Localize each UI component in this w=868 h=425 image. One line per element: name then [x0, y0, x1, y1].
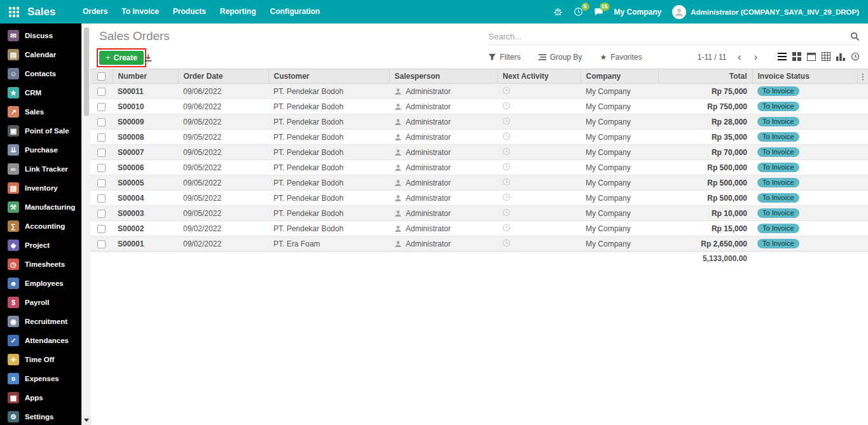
search-icon[interactable]: [850, 32, 860, 41]
next-activity-clock-icon[interactable]: [502, 163, 511, 171]
sidebar-item-employees[interactable]: ☻Employees: [0, 274, 81, 293]
next-activity-clock-icon[interactable]: [502, 239, 511, 247]
activity-clock-icon[interactable]: 5: [574, 7, 583, 17]
scroll-down-button[interactable]: [82, 415, 91, 425]
next-activity-clock-icon[interactable]: [502, 86, 511, 95]
topbar-menu-configuration[interactable]: Configuration: [263, 0, 327, 24]
sidebar-item-settings[interactable]: ⚙Settings: [0, 407, 81, 425]
row-checkbox[interactable]: [97, 88, 106, 96]
order-row-S00008[interactable]: S00008 09/05/2022 PT. Pendekar Bodoh Adm…: [90, 130, 868, 145]
next-activity-clock-icon[interactable]: [502, 178, 511, 186]
sidebar-item-crm[interactable]: ★CRM: [0, 83, 81, 102]
order-total: Rp 70,000: [658, 145, 752, 160]
sidebar-item-attendances[interactable]: ✓Attendances: [0, 331, 81, 350]
order-row-S00007[interactable]: S00007 09/05/2022 PT. Pendekar Bodoh Adm…: [90, 145, 868, 160]
order-row-S00005[interactable]: S00005 09/05/2022 PT. Pendekar Bodoh Adm…: [90, 175, 868, 191]
order-number: S00003: [113, 206, 178, 221]
sidebar-item-timesheets[interactable]: ◷Timesheets: [0, 255, 81, 274]
scrollbar-thumb[interactable]: [84, 27, 89, 116]
apps-menu-icon[interactable]: [9, 7, 19, 17]
order-row-S00002[interactable]: S00002 09/02/2022 PT. Pendekar Bodoh Adm…: [90, 221, 868, 236]
row-checkbox[interactable]: [97, 133, 106, 142]
header-options-cell[interactable]: ⋮: [857, 69, 868, 84]
sidebar-item-label: Project: [25, 241, 50, 249]
sidebar-item-point-of-sale[interactable]: ▣Point of Sale: [0, 121, 81, 140]
select-all-checkbox[interactable]: [97, 72, 106, 81]
view-kanban-icon[interactable]: [792, 52, 801, 61]
column-options-icon[interactable]: ⋮: [858, 72, 867, 81]
create-button[interactable]: + Create: [99, 51, 144, 65]
column-header-number[interactable]: Number: [113, 69, 178, 84]
sidebar-item-payroll[interactable]: $Payroll: [0, 293, 81, 312]
row-checkbox[interactable]: [97, 103, 106, 111]
column-header-company[interactable]: Company: [581, 69, 658, 84]
view-activity-icon[interactable]: [851, 52, 860, 61]
next-activity-clock-icon[interactable]: [502, 117, 511, 125]
sidebar-item-contacts[interactable]: ☺Contacts: [0, 64, 81, 83]
row-checkbox[interactable]: [97, 164, 106, 172]
sidebar-scrollbar[interactable]: [81, 24, 90, 425]
group-by-button[interactable]: Group By: [539, 53, 582, 62]
view-pivot-icon[interactable]: [822, 52, 830, 61]
next-activity-clock-icon[interactable]: [502, 132, 511, 140]
next-activity-clock-icon[interactable]: [502, 102, 511, 110]
order-row-S00011[interactable]: S00011 09/06/2022 PT. Pendekar Bodoh Adm…: [90, 84, 868, 99]
messages-icon[interactable]: 15: [594, 7, 603, 17]
row-checkbox[interactable]: [97, 149, 106, 157]
row-checkbox[interactable]: [97, 194, 106, 203]
sidebar-item-project[interactable]: ◈Project: [0, 236, 81, 255]
next-activity-clock-icon[interactable]: [502, 193, 511, 201]
sidebar-item-manufacturing[interactable]: ⚒Manufacturing: [0, 198, 81, 217]
sidebar-item-apps[interactable]: ▩Apps: [0, 388, 81, 407]
sidebar-item-sales[interactable]: ↗Sales: [0, 102, 81, 121]
sidebar-item-inventory[interactable]: ▧Inventory: [0, 179, 81, 198]
export-download-icon[interactable]: [144, 53, 153, 62]
order-row-S00001[interactable]: S00001 09/02/2022 PT. Era Foam Administr…: [90, 236, 868, 252]
column-header-customer[interactable]: Customer: [268, 69, 389, 84]
next-activity-clock-icon[interactable]: [502, 147, 511, 156]
pager-previous-icon[interactable]: ‹: [736, 53, 742, 62]
filters-button[interactable]: Filters: [488, 53, 521, 62]
company-switcher[interactable]: My Company: [614, 8, 662, 17]
order-row-S00010[interactable]: S00010 09/06/2022 PT. Pendekar Bodoh Adm…: [90, 99, 868, 114]
search-input[interactable]: [488, 32, 850, 41]
order-row-S00003[interactable]: S00003 09/05/2022 PT. Pendekar Bodoh Adm…: [90, 206, 868, 221]
view-list-icon[interactable]: [778, 52, 787, 61]
row-checkbox[interactable]: [97, 118, 106, 126]
sidebar-item-discuss[interactable]: ✉Discuss: [0, 26, 81, 45]
view-graph-icon[interactable]: [836, 52, 845, 61]
column-header-invoice-status[interactable]: Invoice Status: [752, 69, 857, 84]
topbar-menu-products[interactable]: Products: [166, 0, 213, 24]
row-checkbox[interactable]: [97, 225, 106, 233]
order-row-S00009[interactable]: S00009 09/05/2022 PT. Pendekar Bodoh Adm…: [90, 114, 868, 130]
order-row-S00004[interactable]: S00004 09/05/2022 PT. Pendekar Bodoh Adm…: [90, 191, 868, 206]
pager-next-icon[interactable]: ›: [753, 53, 759, 62]
column-header-salesperson[interactable]: Salesperson: [389, 69, 497, 84]
app-name[interactable]: Sales: [27, 6, 68, 18]
sidebar-item-recruitment[interactable]: ◉Recruitment: [0, 312, 81, 331]
favorites-button[interactable]: ★ Favorites: [600, 53, 642, 62]
sidebar-item-time-off[interactable]: ✈Time Off: [0, 350, 81, 369]
discuss-app-icon: ✉: [8, 30, 19, 41]
sidebar-item-expenses[interactable]: ¤Expenses: [0, 369, 81, 388]
sidebar-item-calendar[interactable]: ▤Calendar: [0, 45, 81, 64]
column-header-total[interactable]: Total: [658, 69, 752, 84]
sidebar-item-accounting[interactable]: ∑Accounting: [0, 217, 81, 236]
next-activity-clock-icon[interactable]: [502, 224, 511, 232]
order-salesperson: Administrator: [406, 163, 451, 172]
bug-icon[interactable]: [553, 7, 563, 17]
row-checkbox[interactable]: [97, 240, 106, 248]
view-calendar-icon[interactable]: [807, 52, 816, 61]
sidebar-item-purchase[interactable]: ⇊Purchase: [0, 140, 81, 159]
row-checkbox[interactable]: [97, 179, 106, 187]
sidebar-item-link-tracker[interactable]: ∞Link Tracker: [0, 159, 81, 179]
topbar-menu-to-invoice[interactable]: To Invoice: [114, 0, 165, 24]
user-menu[interactable]: Administrator (COMPANY_SAYA_INV_29_DROP): [672, 5, 859, 19]
topbar-menu-orders[interactable]: Orders: [76, 0, 114, 24]
order-row-S00006[interactable]: S00006 09/05/2022 PT. Pendekar Bodoh Adm…: [90, 160, 868, 175]
next-activity-clock-icon[interactable]: [502, 208, 511, 217]
topbar-menu-reporting[interactable]: Reporting: [213, 0, 263, 24]
column-header-next-activity[interactable]: Next Activity: [497, 69, 581, 84]
column-header-order-date[interactable]: Order Date: [178, 69, 268, 84]
row-checkbox[interactable]: [97, 210, 106, 218]
